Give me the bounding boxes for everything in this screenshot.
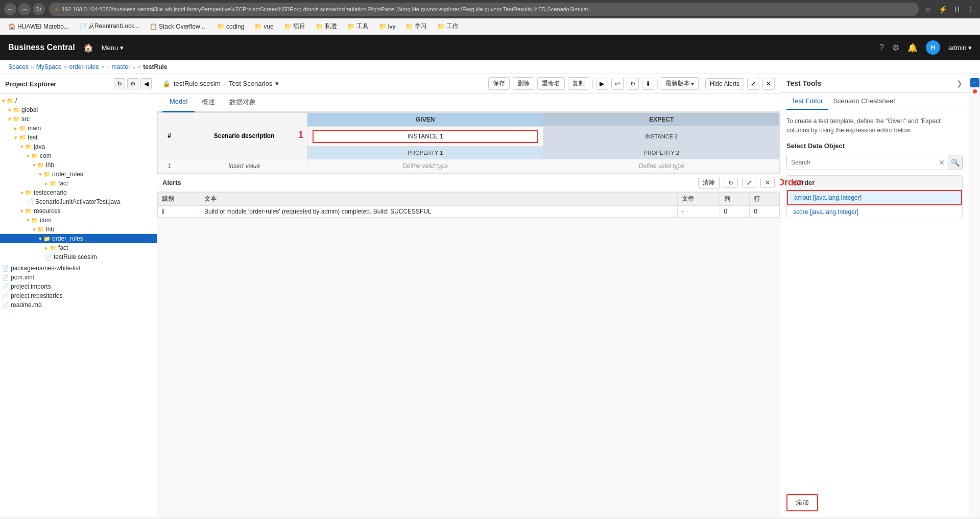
copy-button[interactable]: 复制 <box>568 77 589 90</box>
add-button[interactable]: 添加 <box>786 494 818 511</box>
expand-button[interactable]: ⤢ <box>747 78 759 90</box>
test-tools-expand-icon[interactable]: ❯ <box>957 79 963 87</box>
search-go-icon[interactable]: 🔍 <box>948 155 962 170</box>
order-item-amout[interactable]: amout [java.lang.Integer] <box>787 190 962 205</box>
alerts-expand-button[interactable]: ⤢ <box>742 178 756 188</box>
bookmark-huawei[interactable]: 🏠 HUAWEI Matebo... <box>4 22 73 31</box>
dropdown-icon[interactable]: ▾ <box>275 80 279 87</box>
row-given-cell[interactable]: Define valid type <box>307 159 543 173</box>
settings-icon[interactable]: ⚙ <box>892 43 899 53</box>
tab-test-editor[interactable]: Test Editor <box>786 93 828 110</box>
instance2-cell[interactable]: INSTANCE 2 <box>543 127 780 147</box>
run-button[interactable]: ▶ <box>596 78 608 90</box>
menu-button[interactable]: Menu ▾ <box>102 44 124 52</box>
bookmark-ivy[interactable]: 📁 ivy <box>375 22 400 31</box>
save-button[interactable]: 保存 <box>488 77 510 90</box>
undo-button[interactable]: ↩ <box>611 78 624 90</box>
breadcrumb-order-rules[interactable]: order-rules <box>69 63 99 70</box>
bookmark-stackoverflow[interactable]: 📋 Stack Overflow ... <box>146 22 211 31</box>
tree-item-global[interactable]: ▾ 📁 global <box>0 105 157 114</box>
tree-item-package-names[interactable]: 📄 package-names-white-list <box>0 264 157 273</box>
alerts-clear-button[interactable]: 清除 <box>698 177 720 188</box>
tree-item-readme[interactable]: 📄 readme.md <box>0 300 157 310</box>
search-clear-icon[interactable]: ✕ <box>936 156 948 169</box>
scenario-table-scroll[interactable]: # Scenario description GIVEN EXPECT <box>157 112 780 173</box>
alerts-table-scroll[interactable]: 级别 文本 文件 列 行 ℹ Build of module 'order-ru… <box>157 192 780 218</box>
tree-item-lhb1[interactable]: ▾ 📁 lhb <box>0 160 157 170</box>
tab-data-objects[interactable]: 数据对象 <box>222 93 263 112</box>
breadcrumb-master[interactable]: ⑂ master ▾ <box>106 63 135 70</box>
tree-item-main[interactable]: ▸ 📁 main <box>0 124 157 133</box>
tree-item-com1[interactable]: ▾ 📁 com <box>0 151 157 160</box>
explorer-settings-button[interactable]: ⚙ <box>127 78 138 89</box>
order-group-header[interactable]: ∨ Order <box>787 176 962 190</box>
bookmark-reentrant[interactable]: 📄 从ReentrantLock... <box>75 21 144 32</box>
tree-item-scenario-junit[interactable]: 📄 ScenarioJunitActivatorTest.java <box>0 197 157 206</box>
folder-icon: ▾ 📁 <box>20 190 32 196</box>
forward-button[interactable]: → <box>18 3 31 15</box>
bookmark-icon[interactable]: ☆ <box>923 4 934 14</box>
back-button[interactable]: ← <box>4 3 16 15</box>
redo-button[interactable]: ↻ <box>627 78 639 90</box>
tab-overview[interactable]: 概述 <box>195 93 222 112</box>
extensions-icon[interactable]: ⚡ <box>937 4 949 14</box>
reload-button[interactable]: ↻ <box>33 3 45 15</box>
property2-cell[interactable]: PROPERTY 2 <box>543 147 780 159</box>
bookmark-work[interactable]: 📁 工作 <box>433 21 463 32</box>
tree-item-project-repos[interactable]: 📄 project.repositories <box>0 291 157 300</box>
tree-item-order-rules1[interactable]: ▾ 📁 order_rules <box>0 170 157 179</box>
tree-item-java[interactable]: ▾ 📁 java <box>0 142 157 151</box>
latest-version-button[interactable]: 最新版本 ▾ <box>661 77 699 90</box>
bookmark-vue[interactable]: 📁 vue <box>250 22 277 31</box>
tree-item-order-rules-selected[interactable]: ▾ 📁 order_rules <box>0 234 157 243</box>
breadcrumb-myspace[interactable]: MySpace <box>36 63 62 70</box>
bookmark-label-vue: vue <box>264 23 273 30</box>
tree-item-fact1[interactable]: ▸ 📁 fact <box>0 179 157 188</box>
profile-icon[interactable]: H <box>952 4 962 14</box>
row-expect-cell[interactable]: Define valid type <box>543 159 780 173</box>
download-button[interactable]: ⬇ <box>642 78 654 90</box>
tree-item-testscenario[interactable]: ▾ 📁 testscenario <box>0 188 157 197</box>
bookmark-learn[interactable]: 📁 学习 <box>401 21 431 32</box>
address-bar[interactable]: ⚠ 192.168.0.104:8080/business-central/ki… <box>49 3 919 16</box>
tree-item-testrule[interactable]: 📄 testRule.scesim <box>0 252 157 262</box>
instance1-cell[interactable]: 1 INSTANCE 1 <box>307 127 543 147</box>
tree-item-lhb2[interactable]: ▾ 📁 lhb <box>0 225 157 234</box>
delete-button[interactable]: 删除 <box>513 77 534 90</box>
help-icon[interactable]: ? <box>879 43 884 52</box>
tree-item-pom[interactable]: 📄 pom.xml <box>0 273 157 282</box>
alerts-refresh-button[interactable]: ↻ <box>724 178 738 188</box>
row-desc-cell[interactable]: Insert value <box>181 159 307 173</box>
instance1-label[interactable]: INSTANCE 1 <box>313 130 538 143</box>
tree-item-com2[interactable]: ▾ 📁 com <box>0 216 157 225</box>
tree-item-fact2[interactable]: ▸ 📁 fact <box>0 243 157 252</box>
tree-item-resources[interactable]: ▾ 📁 resources <box>0 206 157 216</box>
hide-alerts-button[interactable]: Hide Alerts <box>705 78 744 89</box>
tree-item-src[interactable]: ▾ 📁 src <box>0 114 157 124</box>
side-icon-blue[interactable]: ≡ <box>970 78 979 87</box>
bookmark-project[interactable]: 📁 项目 <box>280 21 309 32</box>
more-icon[interactable]: ⋮ <box>965 4 976 14</box>
explorer-collapse-button[interactable]: ◀ <box>140 78 152 89</box>
tree-item-test[interactable]: ▾ 📁 test <box>0 133 157 142</box>
close-button[interactable]: ✕ <box>762 78 775 90</box>
rename-button[interactable]: 重命名 <box>537 77 565 90</box>
order-item-score[interactable]: score [java.lang.Integer] <box>787 205 962 219</box>
tree-item-root[interactable]: ▾ 📁 / <box>0 96 157 105</box>
tab-scenario-cheatsheet[interactable]: Scenario Cheatsheet <box>828 93 900 110</box>
bookmark-label-sitou: 私透 <box>325 22 337 31</box>
bookmark-sitou[interactable]: 📁 私透 <box>312 21 341 32</box>
home-icon[interactable]: 🏠 <box>83 43 93 53</box>
toolbar-separator <box>592 79 593 89</box>
bookmark-coding[interactable]: 📁 coding <box>213 22 248 31</box>
tree-item-project-imports[interactable]: 📄 project.imports <box>0 282 157 291</box>
property1-cell[interactable]: PROPERTY 1 <box>307 147 543 159</box>
explorer-refresh-button[interactable]: ↻ <box>114 78 125 89</box>
avatar[interactable]: H <box>926 40 940 55</box>
breadcrumb-spaces[interactable]: Spaces <box>8 63 29 70</box>
bookmark-tools[interactable]: 📁 工具 <box>343 21 373 32</box>
tab-model[interactable]: Model <box>162 93 195 112</box>
alerts-close-button[interactable]: ✕ <box>760 178 775 188</box>
notifications-icon[interactable]: 🔔 <box>907 43 918 53</box>
search-input[interactable] <box>787 156 936 169</box>
